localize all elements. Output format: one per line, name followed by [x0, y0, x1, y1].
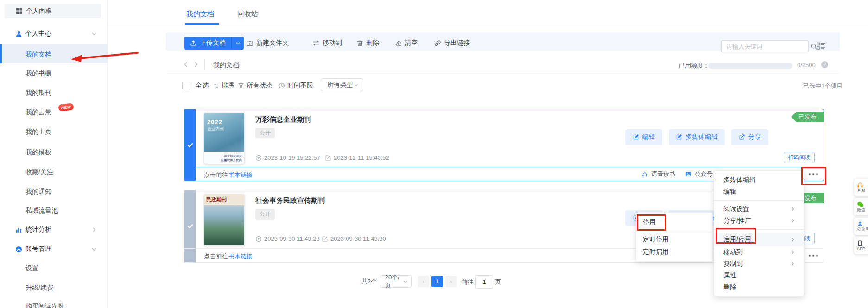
more-actions-menu: 多媒体编辑 编辑 阅读设置 分享/推广 启用/停用 移动到 复制到 属性 删除	[714, 170, 804, 297]
next-page-button[interactable]: ›	[445, 276, 457, 287]
sidebar-item-dashboard[interactable]: 个人面板	[5, 4, 101, 18]
trash-icon	[356, 40, 363, 47]
prev-page-button[interactable]: ‹	[418, 276, 429, 287]
sidebar-item-my-cloudview[interactable]: 我的云景	[0, 107, 107, 117]
sidebar-item-my-homepage[interactable]: 我的主页	[0, 127, 107, 136]
check-icon	[187, 142, 194, 149]
breadcrumb-arrow: >	[236, 61, 240, 68]
nav-back-icon[interactable]	[183, 61, 189, 68]
clear-label: 清空	[405, 39, 418, 47]
breadcrumb-divider	[204, 59, 205, 69]
type-filter-select[interactable]: 所有类型	[321, 78, 363, 91]
chevron-right-icon	[91, 227, 97, 233]
export-link-button[interactable]: 导出链接	[434, 38, 470, 48]
sidebar-group-statistics[interactable]: 统计分析	[0, 225, 107, 234]
headset-icon	[857, 182, 863, 188]
sidebar: 个人面板 个人中心 我的文档 我的书橱 我的期刊 我的云景 NEW 我的主页 我…	[0, 0, 108, 308]
view-mode-toggle-icon[interactable]	[817, 42, 825, 50]
search-input[interactable]	[722, 43, 811, 50]
breadcrumb-divider-line	[166, 73, 840, 74]
document-thumbnail[interactable]: 2022 企业内刊 领先的全球化 应用软件开发商	[204, 113, 244, 164]
status-filter[interactable]: 所有状态	[238, 82, 272, 90]
menu-item-delete[interactable]: 删除	[714, 281, 804, 293]
edit-button[interactable]: 编辑	[625, 129, 662, 145]
move-to-button[interactable]: 移动到	[312, 38, 342, 48]
select-all-label[interactable]: 全选	[196, 82, 209, 90]
tab-my-documents[interactable]: 我的文档	[186, 10, 214, 19]
sidebar-item-notifications[interactable]: 我的通知	[0, 187, 107, 196]
book-link[interactable]: 书本链接	[228, 171, 253, 179]
menu-item-share-promote[interactable]: 分享/推广	[714, 215, 804, 226]
enable-disable-submenu: 停用 定时停用 定时启用	[636, 212, 713, 262]
more-actions-button[interactable]	[809, 173, 818, 175]
document-thumbnail[interactable]: 民政期刊	[204, 194, 244, 245]
image-icon	[685, 171, 692, 177]
qr-read-button[interactable]: 扫码阅读	[784, 152, 815, 163]
sort-control[interactable]: 排序	[213, 82, 234, 90]
tab-recycle-bin[interactable]: 回收站	[237, 10, 258, 19]
pagination-total: 共2个	[361, 277, 377, 286]
menu-item-copy-to[interactable]: 复制到	[714, 258, 804, 270]
book-link[interactable]: 书本链接	[228, 252, 253, 261]
sidebar-group-personal-center[interactable]: 个人中心	[0, 29, 107, 38]
cover-photo	[204, 205, 244, 245]
media-edit-button[interactable]: 多媒体编辑	[669, 129, 725, 145]
goto-page-input[interactable]	[475, 275, 493, 289]
visibility-badge: 公开	[255, 128, 275, 138]
document-title[interactable]: 万彩信息企业期刊	[255, 115, 311, 124]
official-account-widget[interactable]: 公众号	[854, 218, 868, 235]
sidebar-item-my-journals[interactable]: 我的期刊	[0, 88, 107, 97]
wechat-official-button[interactable]: 公众号	[685, 170, 713, 178]
menu-item-properties[interactable]: 属性	[714, 270, 804, 281]
person-icon	[15, 31, 22, 38]
sidebar-dashboard-label: 个人面板	[26, 7, 52, 15]
headphones-icon	[641, 171, 648, 177]
sidebar-item-favorites[interactable]: 收藏/关注	[0, 167, 107, 176]
more-actions-button[interactable]	[809, 255, 818, 257]
page-size-select[interactable]: 20个/页	[380, 275, 412, 288]
menu-item-edit[interactable]: 编辑	[714, 186, 804, 197]
menu-item-media-edit[interactable]: 多媒体编辑	[714, 174, 804, 186]
document-title[interactable]: 社会事务民政宣传期刊	[255, 196, 325, 205]
upload-dropdown-toggle[interactable]	[231, 37, 244, 50]
search-box	[721, 40, 809, 52]
delete-button[interactable]: 删除	[356, 38, 379, 48]
menu-item-move-to[interactable]: 移动到	[714, 246, 804, 258]
menu-item-scheduled-disable[interactable]: 定时停用	[636, 233, 712, 245]
check-icon	[187, 223, 194, 230]
time-filter[interactable]: 时间不限	[279, 82, 313, 90]
chevron-right-icon	[790, 261, 795, 266]
sidebar-item-settings[interactable]: 设置	[0, 264, 107, 273]
sidebar-group-account[interactable]: 账号管理	[0, 245, 107, 254]
select-all-checkbox[interactable]	[182, 82, 190, 89]
menu-item-scheduled-enable[interactable]: 定时启用	[636, 245, 712, 258]
nav-forward-icon[interactable]	[193, 61, 199, 68]
sidebar-item-my-bookshelf[interactable]: 我的书橱	[0, 69, 107, 78]
quota-progress-bar	[708, 63, 792, 69]
edit-time-icon	[325, 155, 331, 161]
app-widget[interactable]: APP	[854, 237, 868, 254]
chevron-right-icon	[790, 237, 795, 242]
created-timestamp: 2023-09-30 11:43:23	[255, 235, 320, 242]
sidebar-item-buy-reads[interactable]: 购买阅读次数	[0, 302, 107, 308]
page-number-button[interactable]: 1	[431, 276, 443, 287]
share-button[interactable]: 分享	[731, 129, 768, 145]
clear-button[interactable]: 清空	[395, 38, 418, 48]
wechat-widget[interactable]: 微信	[854, 198, 868, 215]
customer-service-widget[interactable]: 客服	[854, 179, 868, 196]
breadcrumb[interactable]: 我的文档	[213, 61, 239, 69]
menu-item-disable[interactable]: 停用	[636, 216, 712, 229]
new-folder-button[interactable]: 新建文件夹	[246, 38, 289, 48]
upload-document-button[interactable]: 上传文档	[184, 37, 244, 50]
sidebar-item-my-documents[interactable]: 我的文档	[0, 44, 107, 63]
account-logo-icon	[15, 246, 22, 253]
voice-reading-button[interactable]: 语音读书	[641, 170, 675, 178]
menu-item-read-settings[interactable]: 阅读设置	[714, 203, 804, 215]
sidebar-item-private-traffic[interactable]: 私域流量池	[0, 206, 107, 215]
menu-item-enable-disable[interactable]: 启用/停用	[714, 233, 804, 246]
sidebar-item-my-templates[interactable]: 我的模板	[0, 147, 107, 157]
help-icon[interactable]: ?	[821, 61, 828, 68]
sidebar-item-upgrade[interactable]: 升级/续费	[0, 283, 107, 292]
quota-value: 0/2500	[797, 62, 816, 69]
share-icon	[739, 134, 745, 140]
